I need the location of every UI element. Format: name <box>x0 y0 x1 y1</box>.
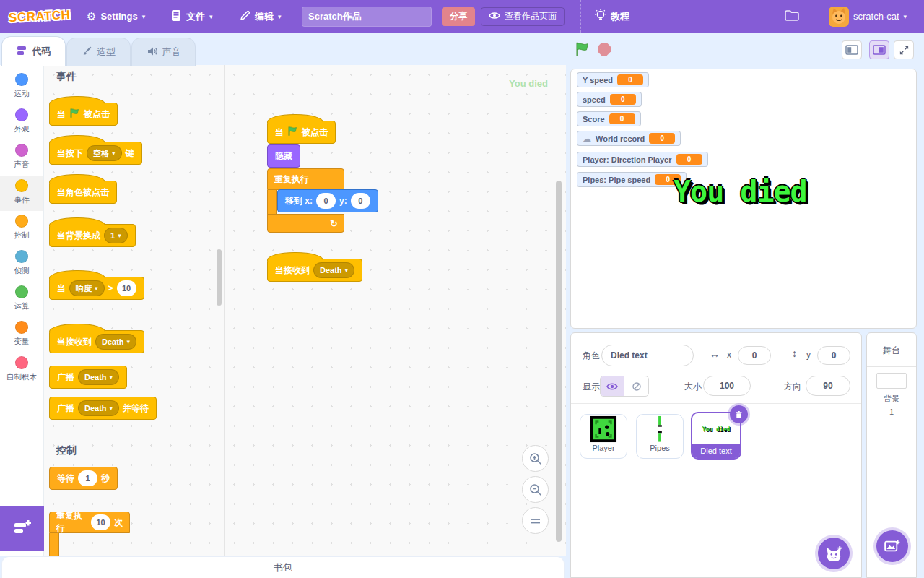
block-broadcast[interactable]: 广播 Death ▾ <box>49 366 127 389</box>
sprite-y-input[interactable] <box>817 346 850 365</box>
sprite-card-pipes[interactable]: Pipes <box>636 414 684 459</box>
monitor-pipe-speed[interactable]: Pipes: Pipe speed 0 <box>577 172 687 187</box>
category-myblocks[interactable]: 自制积木 <box>0 353 43 388</box>
caret-down-icon: ▾ <box>209 13 213 20</box>
script-when-flag-clicked[interactable]: 当 被点击 <box>267 121 336 144</box>
large-stage-button[interactable] <box>869 40 889 59</box>
sprite-x-input[interactable] <box>738 346 771 365</box>
repeat-value-input[interactable]: 10 <box>91 514 110 530</box>
pencil-icon <box>240 10 250 23</box>
block-when-loudness-greater[interactable]: 当 响度 ▾ > 10 <box>49 277 144 300</box>
stage-selector-panel[interactable]: 舞台 背景 1 <box>866 332 917 578</box>
backpack-bar[interactable]: 书包 <box>1 556 565 578</box>
category-sensing[interactable]: 侦测 <box>0 246 43 282</box>
add-extension-button[interactable] <box>0 506 44 551</box>
script-hide-block[interactable]: 隐藏 <box>267 144 300 168</box>
category-events[interactable]: 事件 <box>0 176 43 211</box>
monitor-world-record[interactable]: ☁ World record 0 <box>577 131 681 146</box>
wait-value-input[interactable]: 1 <box>78 470 97 486</box>
stop-button[interactable] <box>598 43 611 56</box>
zoom-out-button[interactable] <box>522 476 549 503</box>
message-dropdown[interactable]: Death ▾ <box>78 400 119 416</box>
message-dropdown[interactable]: Death ▾ <box>95 334 136 350</box>
project-title-input[interactable] <box>302 7 432 27</box>
block-when-sprite-clicked[interactable]: 当角色被点击 <box>49 181 117 204</box>
see-project-page-button[interactable]: 查看作品页面 <box>481 7 565 26</box>
message-dropdown[interactable]: Death ▾ <box>78 369 119 385</box>
sprite-card-player[interactable]: Player <box>580 414 627 459</box>
sprite-card-died-text[interactable]: You died Died text <box>691 412 741 460</box>
category-sound[interactable]: 声音 <box>0 140 43 176</box>
tab-code[interactable]: 代码 <box>1 36 66 66</box>
add-sprite-button[interactable] <box>818 538 850 569</box>
backpack-folder-button[interactable] <box>784 0 800 33</box>
category-variables[interactable]: 变量 <box>0 317 43 353</box>
green-flag-button[interactable] <box>575 41 590 59</box>
category-operators[interactable]: 运算 <box>0 282 43 317</box>
file-menu[interactable]: 文件 ▾ <box>171 0 213 33</box>
block-wait-seconds[interactable]: 等待 1 秒 <box>49 467 118 490</box>
block-when-backdrop-switches[interactable]: 当背景换成 1 ▾ <box>49 224 136 247</box>
backdrops-label: 背景 <box>867 394 916 405</box>
code-workspace[interactable]: You died 当 被点击 隐藏 重复执行 移到 x: 0 y: 0 ↻ 当接… <box>225 65 566 556</box>
zoom-reset-button[interactable] <box>522 507 549 534</box>
category-looks[interactable]: 外观 <box>0 105 43 140</box>
block-text: 并等待 <box>123 402 149 415</box>
share-button[interactable]: 分享 <box>442 7 475 26</box>
loudness-value-input[interactable]: 10 <box>117 280 136 296</box>
block-text: 被点击 <box>84 108 110 121</box>
block-text: 广播 <box>57 402 74 415</box>
scratch-logo[interactable]: SCRATCH <box>9 0 70 33</box>
loudness-dropdown[interactable]: 响度 ▾ <box>69 280 105 296</box>
block-when-key-pressed[interactable]: 当按下 空格 ▾ 键 <box>49 142 142 165</box>
menu-divider <box>580 0 581 33</box>
tab-sounds[interactable]: 声音 <box>131 38 196 66</box>
category-motion[interactable]: 运动 <box>0 69 43 105</box>
stop-octagon-icon <box>598 43 611 56</box>
key-dropdown[interactable]: 空格 ▾ <box>87 145 122 161</box>
account-menu[interactable]: scratch-cat ▾ <box>829 0 907 33</box>
see-project-page-label: 查看作品页面 <box>505 10 557 22</box>
category-control[interactable]: 控制 <box>0 211 43 246</box>
block-when-flag-clicked[interactable]: 当 被点击 <box>49 103 118 126</box>
workspace-scrollbar[interactable] <box>556 181 562 542</box>
add-backdrop-button[interactable] <box>876 530 908 562</box>
block-text: 当 <box>57 282 66 295</box>
tutorials-menu[interactable]: 教程 <box>595 0 629 33</box>
tab-sounds-label: 声音 <box>162 46 181 59</box>
events-color-dot <box>15 179 28 192</box>
sprite-direction-input[interactable] <box>806 376 850 396</box>
small-stage-button[interactable] <box>842 40 862 59</box>
category-motion-label: 运动 <box>14 89 30 98</box>
sprite-size-input[interactable] <box>703 376 751 396</box>
settings-menu[interactable]: ⚙ Settings ▾ <box>87 0 145 33</box>
stage-died-text-sprite: You died <box>674 175 807 208</box>
hide-sprite-button[interactable] <box>624 376 648 396</box>
zoom-in-button[interactable] <box>522 445 549 472</box>
monitor-player-direction[interactable]: Player: Direction Player 0 <box>577 152 708 167</box>
dropdown-value: 1 <box>110 231 115 240</box>
show-sprite-button[interactable] <box>601 376 624 396</box>
message-dropdown[interactable]: Death ▾ <box>313 262 354 278</box>
backdrop-dropdown[interactable]: 1 ▾ <box>104 228 128 243</box>
monitor-score[interactable]: Score 0 <box>577 111 641 126</box>
block-when-i-receive[interactable]: 当接收到 Death ▾ <box>49 330 144 353</box>
fullscreen-button[interactable] <box>894 40 914 59</box>
block-broadcast-and-wait[interactable]: 广播 Death ▾ 并等待 <box>49 397 157 420</box>
script-goto-xy-block[interactable]: 移到 x: 0 y: 0 <box>277 189 378 212</box>
delete-sprite-button[interactable] <box>730 405 748 423</box>
edit-menu[interactable]: 编辑 ▾ <box>240 0 282 33</box>
tab-costumes[interactable]: 造型 <box>66 38 131 66</box>
goto-y-input[interactable]: 0 <box>351 193 370 209</box>
sprite-name-input[interactable] <box>601 345 694 366</box>
monitor-value: 0 <box>610 94 636 105</box>
monitor-y-speed[interactable]: Y speed 0 <box>577 72 649 87</box>
variables-color-dot <box>15 321 28 334</box>
code-blocks-icon <box>17 46 28 58</box>
monitor-speed[interactable]: speed 0 <box>577 92 642 107</box>
monitor-label: Y speed <box>583 76 613 85</box>
palette-scrollbar[interactable] <box>217 249 222 306</box>
goto-x-input[interactable]: 0 <box>316 193 336 209</box>
script-when-i-receive[interactable]: 当接收到 Death ▾ <box>267 259 362 282</box>
tab-costumes-label: 造型 <box>97 46 116 59</box>
